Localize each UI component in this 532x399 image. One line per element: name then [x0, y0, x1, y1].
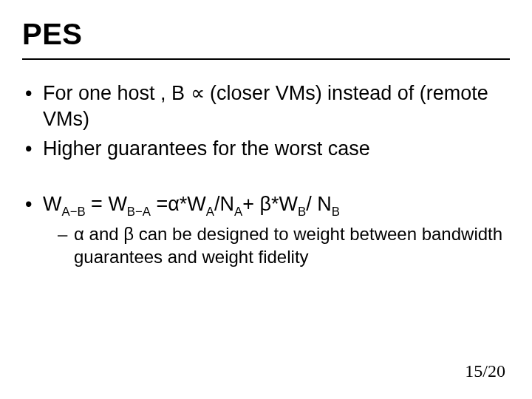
- eq-sub-B1: B: [298, 205, 306, 219]
- eq-eq2: =α*: [151, 193, 187, 215]
- eq-W4: W: [279, 193, 298, 215]
- eq-sub-A2: A: [234, 205, 242, 219]
- page-total: 20: [488, 361, 505, 381]
- eq-W2: W: [108, 193, 126, 215]
- sub-bullet-1: α and β can be designed to weight betwee…: [58, 223, 510, 268]
- eq-W3: W: [187, 193, 205, 215]
- slide-title: PES: [22, 18, 510, 51]
- eq-sub-AB: A−B: [61, 205, 85, 219]
- eq-slash2: / N: [306, 193, 332, 215]
- eq-W1: W: [43, 193, 61, 215]
- page-sep: /: [482, 361, 488, 381]
- bullet-list: For one host , B ∝ (closer VMs) instead …: [22, 81, 510, 269]
- slide: PES For one host , B ∝ (closer VMs) inst…: [0, 0, 532, 399]
- page-current: 15: [465, 361, 482, 381]
- proportional-symbol: ∝: [191, 82, 205, 104]
- eq-sub-A1: A: [206, 205, 214, 219]
- title-rule: [22, 58, 510, 60]
- eq-eq1: =: [86, 193, 109, 215]
- bullet-1: For one host , B ∝ (closer VMs) instead …: [22, 81, 510, 132]
- eq-plus: + β*: [242, 193, 279, 215]
- eq-slashN1: /N: [214, 193, 234, 215]
- eq-sub-B2: B: [332, 205, 340, 219]
- sub-bullet-list: α and β can be designed to weight betwee…: [43, 223, 510, 268]
- bullet-1-text-pre: For one host , B: [43, 82, 191, 104]
- page-number: 15/20: [465, 361, 505, 381]
- eq-sub-BA: B−A: [127, 205, 151, 219]
- spacer: [22, 166, 510, 191]
- bullet-3-equation: WA−B = WB−A =α*WA/NA+ β*WB/ NB α and β c…: [22, 191, 510, 269]
- bullet-2: Higher guarantees for the worst case: [22, 136, 510, 162]
